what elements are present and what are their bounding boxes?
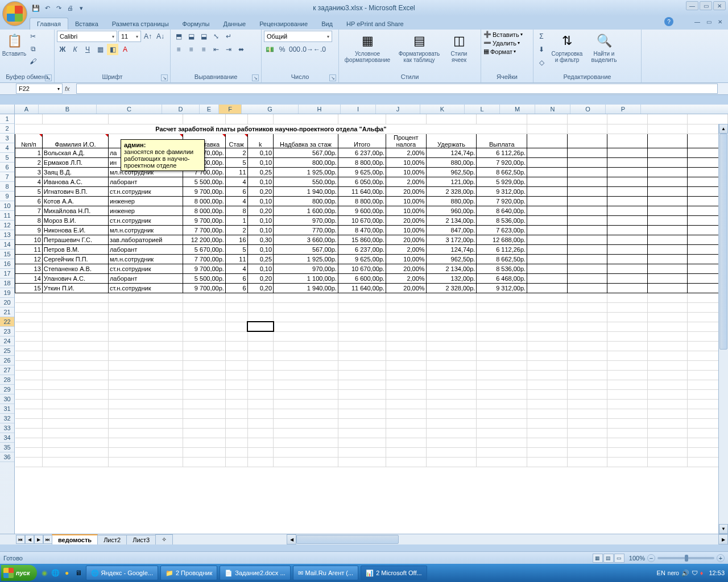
name-box[interactable]: F22▾ [16,84,63,94]
row-header[interactable]: 20 [0,298,14,307]
row-header[interactable]: 24 [0,336,14,346]
new-sheet-tab[interactable]: ✧ [155,534,173,544]
row-header[interactable]: 36 [0,452,14,462]
autosum-icon[interactable]: Σ [536,31,547,42]
tab-data[interactable]: Данные [216,18,253,30]
font-color-icon[interactable]: A [119,44,131,55]
scroll-up-icon[interactable]: ▲ [719,124,728,134]
col-header-M[interactable]: M [500,105,535,114]
taskbar-item[interactable]: 📄Задание2.docx ... [220,566,290,580]
italic-button[interactable]: К [69,44,81,55]
minimize-button[interactable]: — [686,1,698,10]
increase-indent-icon[interactable]: ⇥ [223,44,234,55]
zoom-level[interactable]: 100% [629,555,645,562]
tab-view[interactable]: Вид [315,18,340,30]
tab-page-layout[interactable]: Разметка страницы [105,18,176,30]
sheet-tab-active[interactable]: ведомость [52,534,98,544]
row-header[interactable]: 35 [0,443,14,452]
row-header[interactable]: 19 [0,288,14,298]
delete-cells-button[interactable]: ➖Удалить▾ [483,39,520,47]
conditional-formatting-button[interactable]: ▦Условное форматирование [341,31,394,64]
format-cells-button[interactable]: ▦Формат▾ [483,48,516,55]
office-button[interactable] [2,1,27,26]
number-launcher[interactable]: ↘ [329,74,336,81]
row-header[interactable]: 11 [0,211,14,221]
font-size-combo[interactable]: 11▾ [118,31,141,42]
row-header[interactable]: 31 [0,404,14,414]
formula-input[interactable] [76,84,718,94]
taskbar-item[interactable]: 📁2 Проводник [160,566,217,580]
col-header-J[interactable]: J [376,105,420,114]
row-header[interactable]: 15 [0,250,14,259]
row-header[interactable]: 18 [0,278,14,288]
row-header[interactable]: 25 [0,346,14,356]
col-header-K[interactable]: K [420,105,465,114]
horizontal-scrollbar[interactable]: ◀ ▶ [287,534,728,544]
zoom-in-button[interactable]: + [717,554,725,562]
vertical-scrollbar[interactable]: ▲ ▼ [718,124,728,534]
tray-icon[interactable]: 🛡 [692,569,698,576]
row-header[interactable]: 21 [0,307,14,317]
sheet-nav-last[interactable]: ⏭ [43,535,52,544]
col-header-I[interactable]: I [341,105,376,114]
col-header-N[interactable]: N [535,105,570,114]
row-header[interactable]: 29 [0,385,14,394]
save-icon[interactable]: 💾 [31,3,41,13]
ql-icon[interactable]: ● [62,568,72,578]
tab-hp-eprint[interactable]: HP ePrint and Share [340,18,411,30]
decrease-indent-icon[interactable]: ⇤ [210,44,222,55]
wrap-text-icon[interactable]: ↵ [223,31,234,42]
decrease-font-icon[interactable]: A↓ [155,31,166,42]
increase-decimal-icon[interactable]: .0→ [301,44,313,55]
font-launcher[interactable]: ↘ [161,74,168,81]
col-header-E[interactable]: E [200,105,219,114]
sheet-nav-next[interactable]: ▶ [34,535,43,544]
sort-filter-button[interactable]: ⇅Сортировка и фильтр [548,31,586,64]
page-break-view-icon[interactable]: ▭ [614,554,624,563]
ql-desktop-icon[interactable]: 🖥 [73,568,84,578]
underline-button[interactable]: Ч [82,44,93,55]
cells-area[interactable]: Расчет заработной платы работников научн… [15,114,728,534]
col-header-L[interactable]: L [465,105,500,114]
tab-home[interactable]: Главная [30,18,68,30]
col-header-G[interactable]: G [242,105,299,114]
close-button[interactable]: ✕ [713,1,726,10]
language-indicator[interactable]: EN [657,569,665,576]
clock[interactable]: 12:53 [709,569,725,576]
row-header[interactable]: 27 [0,365,14,375]
format-painter-icon[interactable]: 🖌 [27,56,39,67]
increase-font-icon[interactable]: A↑ [142,31,154,42]
scroll-down-icon[interactable]: ▼ [719,524,728,534]
align-middle-icon[interactable]: ⬓ [185,31,197,42]
decrease-decimal-icon[interactable]: ←.0 [314,44,325,55]
row-header[interactable]: 17 [0,269,14,278]
scroll-right-icon[interactable]: ▶ [718,534,728,544]
col-header-H[interactable]: H [299,105,341,114]
paste-button[interactable]: 📋 Вставить [2,31,26,58]
row-header[interactable]: 10 [0,201,14,211]
format-as-table-button[interactable]: ▤Форматировать как таблицу [395,31,444,64]
row-header[interactable]: 2 [0,124,14,134]
doc-restore-button[interactable]: ▭ [704,18,713,26]
ql-icon[interactable]: ◉ [39,568,49,578]
row-header[interactable]: 1 [0,114,14,124]
doc-minimize-button[interactable]: — [693,18,702,26]
alignment-launcher[interactable]: ↘ [252,74,259,81]
row-header[interactable]: 8 [0,182,14,192]
row-header[interactable]: 9 [0,192,14,201]
number-format-combo[interactable]: Общий▾ [264,31,332,42]
undo-icon[interactable]: ↶ [42,3,52,13]
align-bottom-icon[interactable]: ⬓ [198,31,209,42]
tab-formulas[interactable]: Формулы [176,18,217,30]
normal-view-icon[interactable]: ▦ [593,554,603,563]
maximize-button[interactable]: ▭ [700,1,712,10]
taskbar-item-active[interactable]: 📊2 Microsoft Off... [361,566,427,580]
sheet-tab[interactable]: Лист3 [126,535,156,544]
merge-center-icon[interactable]: ⬌ [235,44,247,55]
row-header[interactable]: 13 [0,230,14,240]
copy-icon[interactable]: ⧉ [27,43,39,55]
row-header[interactable]: 33 [0,423,14,433]
col-header-D[interactable]: D [162,105,200,114]
insert-cells-button[interactable]: ➕Вставить▾ [483,31,523,38]
align-center-icon[interactable]: ≡ [185,44,197,55]
